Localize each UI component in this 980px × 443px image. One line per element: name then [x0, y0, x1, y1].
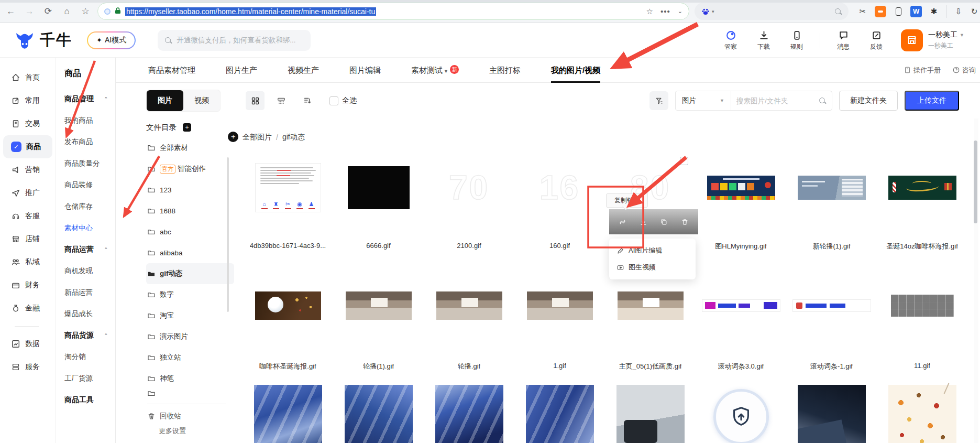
folder-item-clipped[interactable] [146, 389, 234, 401]
add-folder-icon[interactable]: ＋ [183, 123, 191, 132]
media-card[interactable]: 圣诞14oz咖啡杯海报.gif [877, 157, 967, 286]
breadcrumb-parent[interactable]: 全部图片 [243, 133, 272, 142]
nav-item-material-center[interactable]: 素材中心 [64, 217, 115, 239]
nav-item-publish-goods[interactable]: 发布商品 [64, 131, 115, 153]
download-icon[interactable] [639, 218, 648, 226]
address-bar[interactable]: https://myseller.taobao.com/home.htm/mat… [97, 3, 689, 20]
media-card[interactable]: 6666.gif [333, 157, 424, 286]
game-extension-icon[interactable] [875, 6, 886, 17]
folder-item-123[interactable]: 123 [146, 179, 234, 200]
quick-link-messages[interactable]: 消息 [832, 30, 854, 51]
home-icon[interactable]: ⌂ [59, 4, 75, 19]
reload-icon[interactable]: ⟳ [40, 4, 56, 19]
baidu-chevron-icon[interactable]: ▾ [712, 9, 714, 14]
nav-item-decoration[interactable]: 商品装修 [64, 174, 115, 196]
phone-extension-icon[interactable] [893, 6, 904, 17]
header-search-input[interactable] [177, 36, 302, 44]
baidu-search-box[interactable]: ▾ [695, 3, 849, 20]
media-card[interactable] [514, 380, 605, 443]
main-scrollbar[interactable] [974, 141, 977, 223]
folder-item-taobao[interactable]: 淘宝 [146, 305, 234, 326]
nav-item-quality-score[interactable]: 商品质量分 [64, 153, 115, 174]
folder-item-standalone-site[interactable]: 独立站 [146, 347, 234, 368]
sidebar-item-shop[interactable]: 店铺 [3, 228, 52, 251]
media-card[interactable]: 轮播.gif [424, 286, 514, 380]
sidebar-item-home[interactable]: 首页 [3, 66, 52, 89]
nav-item-my-goods[interactable]: 我的商品 [64, 110, 115, 131]
recycle-bin[interactable]: 回收站 [146, 406, 234, 426]
new-folder-button[interactable]: 新建文件夹 [839, 91, 898, 111]
sort-button[interactable] [298, 91, 317, 110]
manual-link[interactable]: 操作手册 [904, 66, 941, 75]
user-menu[interactable]: 一秒美工▼ 一秒美工 [901, 23, 964, 58]
nav-item-tao-distribution[interactable]: 淘分销 [64, 346, 115, 368]
url-text[interactable]: https://myseller.taobao.com/home.htm/mat… [125, 7, 376, 16]
media-card[interactable] [696, 380, 786, 443]
ai-mode-button[interactable]: ✦AI模式 [87, 31, 136, 49]
bookmark-list-icon[interactable]: ☆ [78, 4, 93, 19]
folder-item-abc[interactable]: abc [146, 221, 234, 242]
media-card[interactable]: 16 160.gif [514, 157, 605, 286]
quick-link-feedback[interactable]: 反馈 [865, 30, 887, 51]
scissors-extension-icon[interactable]: ✂ [857, 6, 868, 17]
nav-group-goods-management[interactable]: 商品管理⌃ [64, 88, 115, 110]
sidebar-item-private[interactable]: 私域 [3, 251, 52, 274]
upload-button[interactable]: 上传文件 [905, 91, 959, 111]
quick-link-guanjia[interactable]: 管家 [720, 30, 742, 51]
toggle-image[interactable]: 图片 [147, 90, 183, 111]
media-card[interactable]: 咖啡杯圣诞海报.gif [243, 286, 333, 380]
media-card[interactable]: ⌂♜✂◉♟ 4db39bbc-1671-4ac3-9... [243, 157, 333, 286]
media-card[interactable]: 轮播(1).gif [333, 286, 424, 380]
sidebar-item-marketing[interactable]: 营销 [3, 158, 52, 181]
sidebar-item-services[interactable]: 服务 [3, 355, 52, 379]
tab-material-test[interactable]: 素材测试▼新 [411, 58, 459, 83]
baidu-magnifier-icon[interactable] [834, 7, 842, 16]
folder-item-shenbi[interactable]: 神笔 [146, 368, 234, 389]
media-card[interactable]: 主页_05(1)低画质.gif [605, 286, 696, 380]
copy-link-icon[interactable] [618, 218, 627, 226]
download-manager-icon[interactable]: ⇩ [953, 6, 964, 17]
chevron-down-icon[interactable]: ⌄ [678, 8, 682, 15]
quick-link-rules[interactable]: 规则 [786, 30, 808, 51]
plugin-extension-icon[interactable]: ✱ [928, 6, 940, 17]
folder-scrollbar[interactable] [227, 157, 229, 312]
media-card[interactable]: 新轮播(1).gif [786, 157, 877, 286]
media-card[interactable]: 70 2100.gif [424, 157, 514, 286]
nav-group-goods-tools[interactable]: 商品工具 [64, 389, 115, 410]
media-card[interactable] [424, 380, 514, 443]
nav-item-warehouse[interactable]: 仓储库存 [64, 196, 115, 217]
forward-icon[interactable]: → [22, 4, 38, 19]
sidebar-item-banking[interactable]: 金融 [3, 297, 52, 320]
folder-item-digit[interactable]: 数字 [146, 284, 234, 305]
nav-group-goods-supply[interactable]: 商品货源⌃ [64, 325, 115, 346]
menu-item-image-to-video[interactable]: 图生视频 [609, 259, 696, 276]
media-card[interactable] [786, 380, 877, 443]
lock-icon[interactable] [115, 7, 121, 16]
media-card[interactable]: 图HLMyinying.gif [696, 157, 786, 286]
media-card[interactable] [605, 380, 696, 443]
folder-item-smart-creation[interactable]: 官方 智能创作 [146, 158, 234, 179]
site-view-icon[interactable] [104, 8, 111, 15]
sidebar-item-promotion[interactable]: 推广 [3, 181, 52, 204]
clipped-toolbar-icon[interactable]: ↻ [968, 6, 980, 17]
tab-image-production[interactable]: 图片生产 [226, 58, 257, 83]
select-all[interactable]: 全选 [329, 96, 357, 105]
more-dots-icon[interactable]: ••• [660, 7, 670, 16]
tab-video-production[interactable]: 视频生产 [288, 58, 319, 83]
add-media-icon[interactable]: ＋ [228, 132, 238, 142]
filter-button[interactable] [649, 91, 668, 110]
sidebar-item-goods[interactable]: ✓ 商品 [3, 135, 52, 158]
folder-item-demo-images[interactable]: 演示图片 [146, 326, 234, 347]
nav-item-hot-product[interactable]: 爆品成长 [64, 303, 115, 325]
nav-group-goods-operation[interactable]: 商品运营⌃ [64, 239, 115, 260]
tab-image-edit[interactable]: 图片编辑 [349, 58, 381, 83]
consult-link[interactable]: 咨询 [952, 66, 976, 75]
tab-my-images-videos[interactable]: 我的图片/视频 [551, 58, 600, 83]
select-all-checkbox[interactable] [329, 96, 338, 105]
table-view-button[interactable] [272, 91, 291, 110]
nav-item-factory-supply[interactable]: 工厂货源 [64, 368, 115, 389]
menu-item-ai-image-edit[interactable]: AI图片编辑 [609, 242, 696, 259]
folder-item-1688[interactable]: 1688 [146, 200, 234, 221]
back-icon[interactable]: ← [3, 4, 19, 19]
star-icon[interactable]: ☆ [646, 7, 653, 16]
